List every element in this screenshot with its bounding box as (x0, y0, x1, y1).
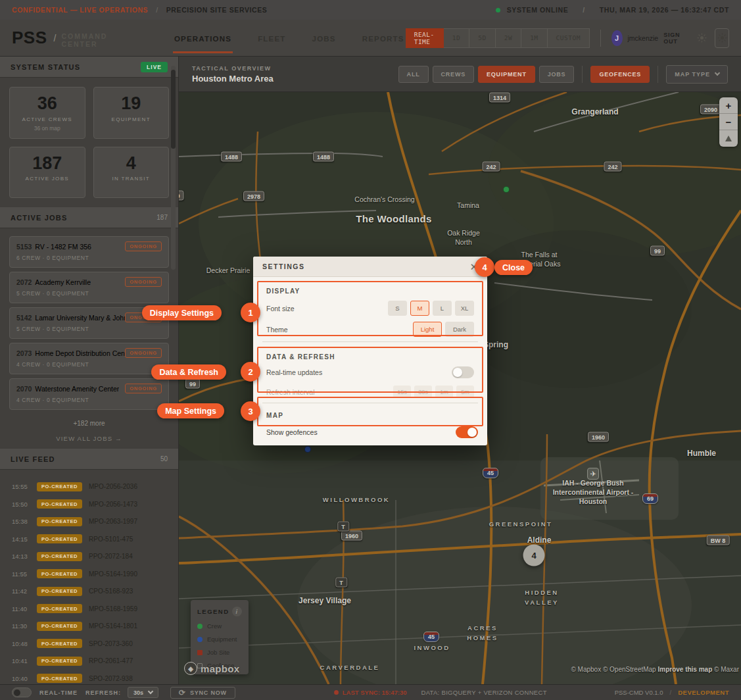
compass-icon (725, 136, 732, 141)
refresh-interval-button[interactable]: 5m (456, 386, 474, 398)
feed-item[interactable]: 10:41 PO-CREATED RPO-2061-477 (0, 652, 178, 670)
annotation-label-map-settings: Map Settings (157, 403, 224, 418)
feed-badge: PO-CREATED (37, 569, 82, 578)
legend-item: Crew (197, 622, 242, 630)
feed-scrollbar-thumb[interactable] (171, 70, 176, 149)
font-size-button[interactable]: S (388, 301, 407, 316)
annotation-circle-2: 2 (241, 362, 260, 382)
job-meta: 5 CREW · 0 EQUIPMENT (16, 290, 162, 297)
info-icon[interactable]: i (232, 607, 242, 616)
time-range-button[interactable]: 2W (496, 28, 521, 48)
map-type-dropdown[interactable]: MAP TYPE (666, 65, 728, 84)
map-filter-group: ALLCREWSEQUIPMENTJOBS (398, 66, 575, 83)
divider (657, 66, 658, 83)
refresh-interval-button[interactable]: 15s (393, 386, 411, 398)
realtime-updates-toggle[interactable] (452, 366, 474, 378)
annotation-circle-4: 4 (475, 257, 494, 277)
feed-scrollbar[interactable] (171, 66, 176, 270)
job-card[interactable]: 2073 Home Depot Distribution Center Repa… (9, 343, 169, 374)
font-size-button[interactable]: XL (455, 301, 474, 316)
time-range-button[interactable]: CUSTOM (548, 28, 590, 48)
avatar[interactable]: J (611, 30, 623, 46)
data-source-label: DATA: BIGQUERY + VERIZON CONNECT (421, 689, 546, 696)
map-filter-button[interactable]: EQUIPMENT (478, 66, 535, 83)
feed-item[interactable]: 10:40 PO-CREATED SPO-2072-938 (0, 670, 178, 684)
theme-option-button[interactable]: Light (413, 322, 442, 337)
chevron-down-icon (715, 70, 720, 76)
username: jmckenzie (628, 34, 659, 42)
feed-item[interactable]: 11:40 PO-CREATED MPO-5168-1959 (0, 600, 178, 618)
geofences-button[interactable]: GEOFENCES (590, 66, 650, 83)
time-range-button[interactable]: 1D (444, 28, 469, 48)
refresh-interval-button[interactable]: 30s (414, 386, 432, 398)
environment-badge: DEVELOPMENT (678, 689, 729, 696)
sync-status-dot (334, 690, 339, 695)
feed-item[interactable]: 14:13 PO-CREATED PPO-2072-184 (0, 547, 178, 565)
compass-button[interactable] (719, 130, 738, 147)
feed-badge: PO-CREATED (37, 587, 82, 596)
road-shield: 242 (604, 162, 621, 172)
time-range-button[interactable]: 5D (469, 28, 495, 48)
feed-item[interactable]: 11:42 PO-CREATED CPO-5168-923 (0, 582, 178, 600)
nav-tab[interactable]: REPORTS (361, 22, 406, 53)
map-place-label: GREENSPOINT (489, 520, 553, 528)
refresh-select[interactable]: 30s (128, 687, 158, 698)
feed-item[interactable]: 15:55 PO-CREATED MPO-2056-2036 (0, 478, 178, 495)
road-shield: 45 (483, 468, 498, 478)
theme-group: LightDark (413, 322, 474, 337)
realtime-toggle[interactable] (12, 688, 32, 697)
mapbox-logo[interactable]: ◈ mapbox (184, 662, 239, 675)
show-geofences-toggle[interactable] (456, 426, 478, 438)
sync-now-button[interactable]: ⟳ SYNC NOW (170, 687, 235, 699)
stat-sub (12, 184, 82, 191)
font-size-label: Font size (266, 305, 295, 312)
font-size-button[interactable]: L (433, 301, 452, 316)
map-attribution[interactable]: © Mapbox © OpenStreetMap Improve this ma… (571, 666, 739, 673)
zoom-in-button[interactable]: + (719, 97, 738, 114)
map-place-label: Tamina (457, 201, 479, 209)
feed-item[interactable]: 10:48 PO-CREATED SPO-2073-360 (0, 635, 178, 653)
job-id: 2072 (16, 278, 32, 286)
feed-item[interactable]: 14:15 PO-CREATED RPO-5101-475 (0, 530, 178, 548)
map-filter-button[interactable]: JOBS (539, 66, 575, 83)
job-card[interactable]: 2070 Waterstone Amenity Center ONGOING 4… (9, 378, 169, 410)
theme-toggle-button[interactable] (715, 28, 729, 48)
refresh-interval-button[interactable]: 1m (435, 386, 453, 398)
zoom-out-button[interactable]: − (719, 114, 738, 130)
app-version: PSS-CMD V0.1.0 (615, 689, 663, 696)
time-range-button[interactable]: REAL-TIME (406, 28, 444, 48)
map-marker[interactable]: 4 (523, 545, 545, 566)
annotation-label-display-settings: Display Settings (142, 305, 222, 320)
job-id: 2070 (16, 385, 32, 393)
nav-tab[interactable]: OPERATIONS (173, 22, 233, 53)
feed-item[interactable]: 15:50 PO-CREATED MPO-2056-1473 (0, 495, 178, 513)
view-all-jobs-link[interactable]: VIEW ALL JOBS → (0, 428, 178, 449)
divider (262, 341, 478, 342)
theme-option-button[interactable]: Dark (445, 322, 474, 337)
brightness-icon[interactable] (697, 33, 707, 43)
font-size-button[interactable]: M (410, 301, 429, 316)
road-shield: T (337, 522, 349, 532)
data-refresh-section-title: DATA & REFRESH (266, 353, 474, 361)
map-marker[interactable] (503, 186, 510, 193)
map-place-label: WILLOWBROOK (323, 496, 390, 503)
feed-item[interactable]: 15:38 PO-CREATED MPO-2063-1997 (0, 512, 178, 530)
map-filter-button[interactable]: ALL (398, 66, 429, 83)
map-filter-button[interactable]: CREWS (433, 66, 475, 83)
nav-tab[interactable]: FLEET (256, 22, 287, 53)
separator: / (670, 689, 672, 696)
toggle-knob (467, 428, 477, 437)
map-area-name: Houston Metro Area (192, 74, 274, 84)
last-sync-status: LAST SYNC: 15:47:30 (334, 689, 407, 696)
time-range-button[interactable]: 1M (521, 28, 547, 48)
map-zoom-control: + − (719, 97, 738, 147)
nav-tab[interactable]: JOBS (311, 22, 337, 53)
divider (600, 30, 601, 47)
improve-map-link[interactable]: Improve this map (657, 666, 712, 673)
sign-out-button[interactable]: SIGN OUT (663, 32, 686, 45)
feed-item[interactable]: 11:55 PO-CREATED MPO-5164-1990 (0, 565, 178, 583)
feed-item[interactable]: 11:30 PO-CREATED MPO-5164-1801 (0, 617, 178, 635)
job-card[interactable]: 2072 Academy Kerrville ONGOING 5 CREW · … (9, 272, 169, 303)
job-card[interactable]: 5153 RV - 1482 FM 356 ONGOING 6 CREW · 0… (9, 236, 169, 268)
map-marker[interactable] (304, 446, 311, 453)
